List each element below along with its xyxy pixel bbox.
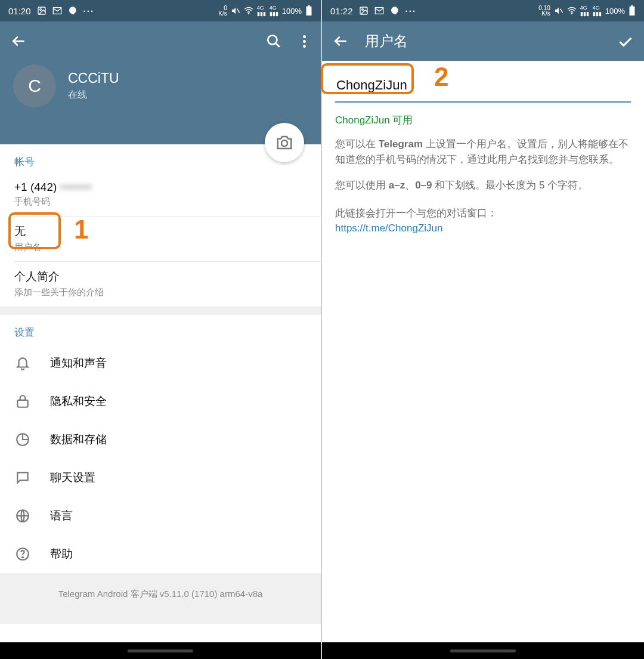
bio-label: 添加一些关于你的介绍 [14, 287, 306, 298]
svg-line-2 [237, 9, 239, 13]
wifi-icon [567, 6, 577, 16]
help-icon [14, 546, 31, 562]
settings-header: 设置 [0, 315, 321, 344]
phone-label: 手机号码 [14, 196, 306, 208]
signal-4g-2-icon: 4G▮▮▮ [593, 5, 602, 17]
bell-icon [14, 355, 31, 372]
signal-4g-2-icon: 4G▮▮▮ [270, 5, 278, 17]
version-footer: Telegram Android 客户端 v5.11.0 (1710) arm6… [0, 573, 321, 624]
username-desc-1: 您可以在 Telegram 上设置一个用户名。设置后，别人将能够在不知道您的手机… [335, 137, 631, 168]
status-bar: 01:22 ··· 0.10K/s 4G▮▮▮ 4G▮▮▮ 100% [322, 0, 644, 21]
phone-visible: +1 (442) [14, 181, 57, 193]
bio-row[interactable]: 个人简介 添加一些关于你的介绍 [0, 262, 321, 307]
username-value: 无 [14, 224, 306, 239]
app-bar [0, 21, 321, 61]
chat-icon [14, 469, 31, 486]
setting-label: 通知和声音 [50, 355, 107, 371]
pie-icon [14, 431, 31, 448]
status-time: 01:22 [330, 6, 353, 16]
settings-language[interactable]: 语言 [0, 497, 321, 535]
svg-point-16 [571, 13, 572, 14]
settings-help[interactable]: 帮助 [0, 535, 321, 573]
avatar[interactable]: C [13, 64, 56, 107]
svg-line-15 [560, 9, 562, 13]
svg-rect-8 [17, 400, 27, 407]
camera-button[interactable] [265, 123, 304, 162]
battery-text: 100% [282, 7, 302, 16]
svg-rect-18 [631, 5, 633, 7]
android-navbar [0, 642, 321, 659]
username-desc-2: 您可以使用 a–z、0–9 和下划线。最小长度为 5 个字符。 [335, 178, 631, 193]
svg-rect-5 [308, 5, 310, 7]
settings-chat[interactable]: 聊天设置 [0, 459, 321, 497]
username-input[interactable] [335, 72, 631, 103]
confirm-icon[interactable] [618, 33, 633, 49]
mute-icon [554, 6, 564, 16]
svg-point-6 [268, 35, 277, 44]
net-speed: 0K/s [218, 5, 227, 16]
mute-icon [231, 6, 240, 16]
hangouts-icon [68, 6, 78, 16]
svg-rect-4 [306, 7, 312, 16]
signal-4g-1-icon: 4G▮▮▮ [580, 5, 589, 17]
phone-right-username: 01:22 ··· 0.10K/s 4G▮▮▮ 4G▮▮▮ 100% [322, 0, 644, 659]
username-row[interactable]: 无 用户名 [0, 216, 321, 261]
svg-rect-17 [630, 7, 635, 16]
mail-icon [374, 6, 384, 16]
svg-point-14 [361, 9, 363, 11]
back-icon[interactable] [333, 33, 348, 49]
wifi-icon [244, 6, 253, 16]
svg-point-1 [39, 9, 41, 11]
profile-name: CCCiTU [68, 70, 119, 86]
mail-icon [52, 6, 62, 16]
setting-label: 聊天设置 [50, 470, 95, 485]
net-speed: 0.10K/s [538, 5, 550, 16]
settings-privacy[interactable]: 隐私和安全 [0, 382, 321, 420]
phone-left-settings: 01:20 ··· 0K/s 4G▮▮▮ 4G▮▮▮ 100% [0, 0, 322, 659]
profile-header: C CCCiTU 在线 [0, 61, 321, 144]
more-icon: ··· [83, 6, 95, 16]
battery-icon [305, 5, 312, 16]
signal-4g-1-icon: 4G▮▮▮ [257, 5, 266, 17]
setting-label: 数据和存储 [50, 432, 107, 447]
status-bar: 01:20 ··· 0K/s 4G▮▮▮ 4G▮▮▮ 100% [0, 0, 321, 21]
android-navbar [322, 642, 644, 659]
image-icon [359, 6, 369, 16]
profile-status: 在线 [68, 89, 119, 101]
bio-value: 个人简介 [14, 269, 306, 284]
settings-data[interactable]: 数据和存储 [0, 420, 321, 459]
username-label: 用户名 [14, 242, 306, 253]
phone-row[interactable]: +1 (442) •••••••• 手机号码 [0, 174, 321, 216]
svg-point-3 [248, 13, 249, 14]
lock-icon [14, 393, 31, 410]
menu-icon[interactable] [298, 33, 310, 49]
back-icon[interactable] [11, 33, 26, 49]
app-bar-title: 用户名 [365, 32, 601, 51]
setting-label: 隐私和安全 [50, 394, 107, 409]
battery-icon [628, 5, 636, 16]
svg-point-12 [22, 557, 23, 558]
app-bar: 用户名 [322, 21, 644, 61]
link-label: 此链接会打开一个与您的对话窗口： [335, 206, 631, 220]
hangouts-icon [390, 6, 400, 16]
globe-icon [14, 508, 31, 524]
status-time: 01:20 [8, 6, 31, 16]
username-link[interactable]: https://t.me/ChongZiJun [335, 222, 631, 234]
phone-hidden: •••••••• [60, 181, 92, 194]
image-icon [37, 6, 47, 16]
search-icon[interactable] [266, 33, 281, 49]
more-icon: ··· [405, 6, 417, 16]
setting-label: 语言 [50, 508, 73, 524]
section-gap [0, 307, 321, 315]
battery-text: 100% [605, 7, 625, 16]
settings-notifications[interactable]: 通知和声音 [0, 344, 321, 382]
username-available: ChongZiJun 可用 [335, 113, 631, 127]
setting-label: 帮助 [50, 546, 73, 562]
svg-point-7 [281, 140, 287, 146]
